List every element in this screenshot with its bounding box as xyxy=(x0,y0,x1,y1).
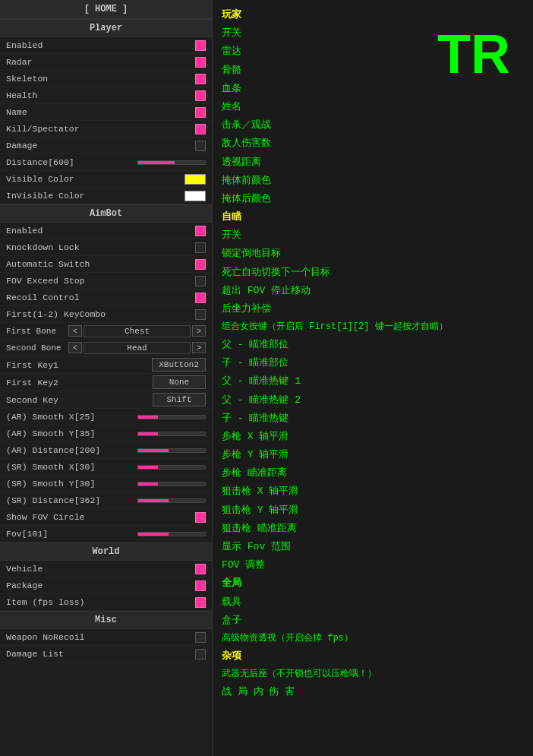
second-bone-right[interactable]: > xyxy=(192,342,206,353)
label-second-key: Second Key xyxy=(6,395,153,405)
checkbox-health[interactable] xyxy=(195,90,206,101)
row-item-fps: Item (fps loss) xyxy=(0,594,212,611)
checkbox-auto-switch[interactable] xyxy=(195,259,206,270)
right-aim-3: 超出 FOV 停止移动 xyxy=(222,284,311,298)
left-panel: [ HOME ] Player Enabled Radar Skeleton H… xyxy=(0,0,213,756)
label-visible-color: Visible Color xyxy=(6,174,184,184)
right-aimbot-section: 自瞄 xyxy=(222,210,241,224)
row-ar-distance: (AR) Distance[200] xyxy=(0,442,212,459)
row-damage-list: Damage List xyxy=(0,646,212,663)
label-recoil: Recoil Control xyxy=(6,293,195,302)
first-bone-right[interactable]: > xyxy=(192,325,206,337)
slider-fov[interactable] xyxy=(137,532,206,536)
label-aim-enabled: Enabled xyxy=(6,226,195,236)
label-fov-val: Fov[101] xyxy=(6,529,137,539)
value-first-key1[interactable]: XButton2 xyxy=(152,358,206,372)
right-aim-6: 父 - 瞄准部位 xyxy=(222,338,289,352)
row-name: Name xyxy=(0,104,212,121)
right-aim-1: 锁定倒地目标 xyxy=(222,247,281,261)
checkbox-aim-enabled[interactable] xyxy=(195,226,206,236)
second-bone-left[interactable]: < xyxy=(68,342,82,353)
row-ar-smooth-x: (AR) Smooth X[25] xyxy=(0,409,212,425)
label-knockdown: Knockdown Lock xyxy=(6,242,195,252)
row-knockdown: Knockdown Lock xyxy=(0,239,212,256)
right-player-section: 玩家 xyxy=(222,8,241,22)
right-world-2: 高级物资透视（开启会掉 fps） xyxy=(222,632,353,645)
right-aim-15: 狙击枪 Y 轴平滑 xyxy=(222,504,298,517)
second-bone-value: Head xyxy=(84,342,191,354)
checkbox-name[interactable] xyxy=(195,107,206,118)
label-sr-smooth-x: (SR) Smooth X[30] xyxy=(6,462,137,472)
slider-distance[interactable] xyxy=(137,160,206,165)
right-misc-section: 杂项 xyxy=(222,650,241,663)
row-show-fov: Show FOV Circle xyxy=(0,509,212,526)
checkbox-recoil[interactable] xyxy=(195,293,206,303)
row-damage: Damage xyxy=(0,138,212,154)
checkbox-no-recoil[interactable] xyxy=(195,632,206,643)
checkbox-vehicle[interactable] xyxy=(195,564,206,574)
checkbox-show-fov[interactable] xyxy=(195,512,206,523)
right-aim-5: 组合女按键（开启后 First[1][2] 键一起按才自瞄） xyxy=(222,321,448,334)
color-visible[interactable] xyxy=(184,174,206,185)
checkbox-fov-exceed[interactable] xyxy=(195,276,206,286)
label-enabled: Enabled xyxy=(6,40,195,50)
right-world-0: 载具 xyxy=(222,596,241,609)
label-health: Health xyxy=(6,90,195,100)
row-auto-switch: Automatic Switch xyxy=(0,256,212,273)
label-invisible-color: InVisible Color xyxy=(6,191,184,201)
tr-logo: TR xyxy=(437,23,510,85)
right-aim-10: 子 - 瞄准热键 xyxy=(222,412,289,425)
label-fov-exceed: FOV Exceed Stop xyxy=(6,276,195,286)
checkbox-damage-list[interactable] xyxy=(195,649,206,660)
row-second-key: Second Key Shift xyxy=(0,391,212,409)
slider-ar-smooth-y[interactable] xyxy=(137,432,206,436)
color-invisible[interactable] xyxy=(184,191,206,201)
slider-sr-distance[interactable] xyxy=(137,498,206,503)
label-keycombo: First(1-2) KeyCombo xyxy=(6,309,195,319)
row-recoil: Recoil Control xyxy=(0,289,212,306)
row-enabled: Enabled xyxy=(0,37,212,54)
row-skeleton: Skeleton xyxy=(0,71,212,87)
checkbox-item-fps[interactable] xyxy=(195,597,206,608)
section-misc: Misc xyxy=(0,611,212,629)
row-ar-smooth-y: (AR) Smooth Y[35] xyxy=(0,425,212,442)
section-player: Player xyxy=(0,19,212,37)
right-aim-16: 狙击枪 瞄准距离 xyxy=(222,522,297,536)
row-first-key1: First Key1 XButton2 xyxy=(0,356,212,374)
right-aim-17: 显示 Fov 范围 xyxy=(222,540,291,554)
checkbox-radar[interactable] xyxy=(195,57,206,68)
right-player-7: 透视距离 xyxy=(222,156,261,169)
label-item-fps: Item (fps loss) xyxy=(6,597,195,607)
label-distance: Distance[600] xyxy=(6,157,137,167)
right-player-2: 骨骼 xyxy=(222,64,241,77)
slider-ar-smooth-x[interactable] xyxy=(137,415,206,419)
checkbox-knockdown[interactable] xyxy=(195,242,206,253)
right-world-1: 盒子 xyxy=(222,614,241,628)
right-player-8: 掩体前颜色 xyxy=(222,174,271,188)
checkbox-enabled[interactable] xyxy=(195,40,206,51)
checkbox-damage[interactable] xyxy=(195,141,206,151)
row-sr-distance: (SR) Distance[362] xyxy=(0,492,212,509)
value-first-key2[interactable]: None xyxy=(153,375,206,389)
label-first-key1: First Key1 xyxy=(6,360,152,370)
checkbox-killspectator[interactable] xyxy=(195,124,206,134)
right-misc-0: 武器无后座（不开锁也可以压枪哦！） xyxy=(222,668,377,681)
row-second-bone: Second Bone < Head > xyxy=(0,340,212,356)
checkbox-skeleton[interactable] xyxy=(195,74,206,84)
right-aim-11: 步枪 X 轴平滑 xyxy=(222,430,289,444)
right-aim-4: 后坐力补偿 xyxy=(222,302,271,316)
first-bone-left[interactable]: < xyxy=(68,325,82,337)
checkbox-package[interactable] xyxy=(195,580,206,591)
label-damage-list: Damage List xyxy=(6,649,195,659)
label-ar-distance: (AR) Distance[200] xyxy=(6,445,137,455)
checkbox-keycombo[interactable] xyxy=(195,309,206,320)
right-panel: TR 玩家 开关 雷达 骨骼 血条 姓名 击杀／观战 敌人伤害数 透视距离 掩体… xyxy=(213,0,533,756)
slider-ar-distance[interactable] xyxy=(137,448,206,453)
right-aim-9: 父 - 瞄准热键 2 xyxy=(222,394,301,407)
right-player-9: 掩体后颜色 xyxy=(222,192,271,206)
label-damage: Damage xyxy=(6,141,195,150)
slider-sr-smooth-y[interactable] xyxy=(137,482,206,486)
right-aim-2: 死亡自动切换下一个目标 xyxy=(222,266,330,280)
slider-sr-smooth-x[interactable] xyxy=(137,465,206,470)
value-second-key[interactable]: Shift xyxy=(153,393,206,406)
